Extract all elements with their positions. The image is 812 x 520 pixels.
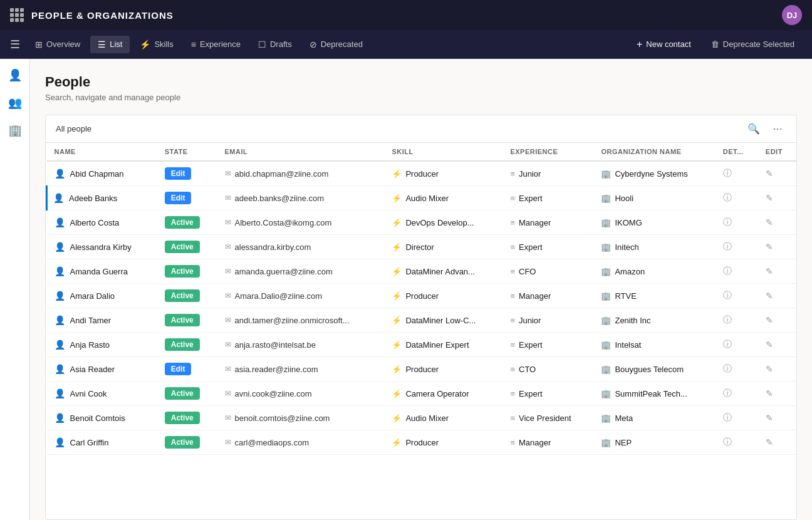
edit-icon[interactable]: ✎ bbox=[766, 413, 773, 423]
state-badge[interactable]: Active bbox=[165, 289, 200, 302]
cell-edit[interactable]: ✎ bbox=[758, 333, 796, 357]
email-value: asia.reader@ziine.com bbox=[235, 365, 318, 374]
email-value: andi.tamer@ziine.onmicrosoft... bbox=[235, 316, 350, 325]
state-badge[interactable]: Active bbox=[165, 387, 200, 400]
experience-value: Expert bbox=[519, 242, 543, 252]
cell-edit[interactable]: ✎ bbox=[758, 308, 796, 333]
cell-email: ✉ Amara.Dalio@ziine.com bbox=[217, 284, 385, 308]
sidebar-icon-person[interactable]: 👤 bbox=[4, 64, 26, 86]
experience-value: Expert bbox=[519, 389, 543, 398]
state-badge[interactable]: Edit bbox=[165, 363, 192, 375]
cell-details[interactable]: ⓘ bbox=[716, 259, 758, 284]
cell-details[interactable]: ⓘ bbox=[716, 235, 758, 259]
cell-state[interactable]: Active bbox=[157, 284, 217, 308]
tab-list[interactable]: ☰ List bbox=[90, 36, 130, 53]
details-icon[interactable]: ⓘ bbox=[723, 241, 732, 251]
skill-value: Audio Mixer bbox=[405, 194, 449, 203]
cell-state[interactable]: Edit bbox=[157, 357, 217, 382]
details-icon[interactable]: ⓘ bbox=[723, 437, 732, 447]
cell-edit[interactable]: ✎ bbox=[758, 430, 796, 455]
cell-state[interactable]: Active bbox=[157, 308, 217, 333]
user-avatar[interactable]: DJ bbox=[782, 5, 802, 25]
cell-details[interactable]: ⓘ bbox=[716, 284, 758, 308]
cell-state[interactable]: Active bbox=[157, 430, 217, 455]
cell-details[interactable]: ⓘ bbox=[716, 333, 758, 357]
details-icon[interactable]: ⓘ bbox=[723, 412, 732, 422]
cell-state[interactable]: Edit bbox=[157, 186, 217, 211]
details-icon[interactable]: ⓘ bbox=[723, 363, 732, 373]
state-badge[interactable]: Active bbox=[165, 265, 200, 278]
state-badge[interactable]: Active bbox=[165, 216, 200, 229]
details-icon[interactable]: ⓘ bbox=[723, 339, 732, 349]
tab-experience[interactable]: ≡ Experience bbox=[184, 36, 248, 53]
cell-edit[interactable]: ✎ bbox=[758, 406, 796, 430]
hamburger-icon[interactable]: ☰ bbox=[10, 38, 20, 51]
cell-details[interactable]: ⓘ bbox=[716, 308, 758, 333]
cell-state[interactable]: Active bbox=[157, 259, 217, 284]
edit-icon[interactable]: ✎ bbox=[766, 340, 773, 350]
state-badge[interactable]: Active bbox=[165, 338, 200, 351]
search-button[interactable]: 🔍 bbox=[744, 122, 764, 136]
person-name: Avni Cook bbox=[70, 389, 107, 398]
org-icon: 🏢 bbox=[601, 267, 611, 276]
cell-state[interactable]: Active bbox=[157, 406, 217, 430]
details-icon[interactable]: ⓘ bbox=[723, 266, 732, 276]
details-icon[interactable]: ⓘ bbox=[723, 192, 732, 202]
email-icon: ✉ bbox=[225, 267, 231, 276]
tab-drafts[interactable]: ☐ Drafts bbox=[251, 36, 299, 53]
email-value: benoit.comtois@ziine.com bbox=[235, 413, 330, 423]
cell-details[interactable]: ⓘ bbox=[716, 161, 758, 186]
more-options-button[interactable]: ⋯ bbox=[769, 122, 786, 136]
edit-icon[interactable]: ✎ bbox=[766, 315, 773, 325]
tab-overview[interactable]: ⊞ Overview bbox=[28, 36, 88, 53]
edit-icon[interactable]: ✎ bbox=[766, 388, 773, 398]
edit-icon[interactable]: ✎ bbox=[766, 242, 773, 252]
cell-state[interactable]: Active bbox=[157, 333, 217, 357]
edit-icon[interactable]: ✎ bbox=[766, 364, 773, 374]
cell-edit[interactable]: ✎ bbox=[758, 161, 796, 186]
grid-menu-icon[interactable] bbox=[10, 8, 24, 22]
tab-skills[interactable]: ⚡ Skills bbox=[132, 36, 180, 53]
navtabs-actions: + New contact 🗑 Deprecate Selected bbox=[629, 35, 802, 54]
sidebar-icon-group[interactable]: 👥 bbox=[4, 91, 26, 114]
cell-edit[interactable]: ✎ bbox=[758, 259, 796, 284]
edit-icon[interactable]: ✎ bbox=[766, 437, 773, 447]
cell-details[interactable]: ⓘ bbox=[716, 211, 758, 235]
cell-edit[interactable]: ✎ bbox=[758, 211, 796, 235]
cell-edit[interactable]: ✎ bbox=[758, 235, 796, 259]
state-badge[interactable]: Active bbox=[165, 241, 200, 253]
cell-state[interactable]: Active bbox=[157, 235, 217, 259]
tab-deprecated[interactable]: ⊘ Deprecated bbox=[302, 36, 370, 53]
edit-icon[interactable]: ✎ bbox=[766, 291, 773, 301]
sidebar-icon-building[interactable]: 🏢 bbox=[4, 119, 26, 142]
details-icon[interactable]: ⓘ bbox=[723, 315, 732, 325]
edit-icon[interactable]: ✎ bbox=[766, 169, 773, 179]
new-contact-button[interactable]: + New contact bbox=[629, 35, 699, 54]
state-badge[interactable]: Active bbox=[165, 436, 200, 449]
details-icon[interactable]: ⓘ bbox=[723, 388, 732, 398]
cell-edit[interactable]: ✎ bbox=[758, 357, 796, 382]
details-icon[interactable]: ⓘ bbox=[723, 290, 732, 300]
cell-edit[interactable]: ✎ bbox=[758, 284, 796, 308]
cell-state[interactable]: Edit bbox=[157, 161, 217, 186]
cell-details[interactable]: ⓘ bbox=[716, 186, 758, 211]
details-icon[interactable]: ⓘ bbox=[723, 217, 732, 227]
state-badge[interactable]: Edit bbox=[165, 192, 192, 204]
deprecate-selected-button[interactable]: 🗑 Deprecate Selected bbox=[704, 36, 802, 53]
state-badge[interactable]: Edit bbox=[165, 167, 192, 180]
state-badge[interactable]: Active bbox=[165, 412, 200, 424]
edit-icon[interactable]: ✎ bbox=[766, 193, 773, 203]
cell-details[interactable]: ⓘ bbox=[716, 406, 758, 430]
state-badge[interactable]: Active bbox=[165, 314, 200, 326]
cell-details[interactable]: ⓘ bbox=[716, 430, 758, 455]
cell-state[interactable]: Active bbox=[157, 382, 217, 406]
cell-edit[interactable]: ✎ bbox=[758, 382, 796, 406]
cell-edit[interactable]: ✎ bbox=[758, 186, 796, 211]
edit-icon[interactable]: ✎ bbox=[766, 266, 773, 276]
cell-state[interactable]: Active bbox=[157, 211, 217, 235]
cell-experience: ≡ Expert bbox=[502, 235, 593, 259]
details-icon[interactable]: ⓘ bbox=[723, 168, 732, 178]
edit-icon[interactable]: ✎ bbox=[766, 217, 773, 227]
cell-details[interactable]: ⓘ bbox=[716, 357, 758, 382]
cell-details[interactable]: ⓘ bbox=[716, 382, 758, 406]
